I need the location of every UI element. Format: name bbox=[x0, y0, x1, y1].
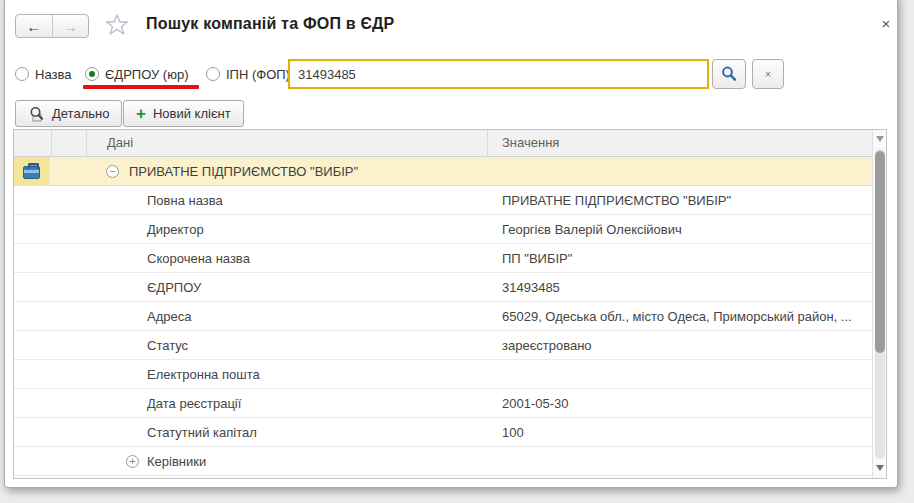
radio-edrpou[interactable]: ЄДРПОУ (юр) bbox=[85, 64, 189, 84]
details-button[interactable]: Детально bbox=[15, 100, 122, 127]
row-value: 2001-05-30 bbox=[502, 396, 569, 411]
radio-nazva-label: Назва bbox=[35, 67, 71, 82]
magnifier-document-icon bbox=[28, 106, 45, 122]
new-client-button-label: Новий клієнт bbox=[153, 106, 231, 121]
details-button-label: Детально bbox=[52, 106, 109, 121]
row-value: ПП "ВИБІР" bbox=[502, 251, 572, 266]
radio-ipn[interactable]: ІПН (ФОП) bbox=[206, 64, 290, 84]
scroll-up-icon[interactable] bbox=[876, 136, 884, 142]
favorite-star-icon[interactable] bbox=[104, 12, 130, 38]
table-header: Дані Значення bbox=[14, 130, 886, 157]
back-button[interactable]: ← bbox=[16, 15, 53, 37]
row-value: 31493485 bbox=[502, 280, 560, 295]
plus-icon: + bbox=[136, 105, 146, 122]
page-title: Пошук компаній та ФОП в ЄДР bbox=[146, 15, 394, 33]
table-row[interactable]: Дата реєстрації 2001-05-30 bbox=[14, 389, 872, 418]
scroll-down-icon[interactable] bbox=[876, 465, 884, 471]
table-row[interactable]: Статус зареєстровано bbox=[14, 331, 872, 360]
scrollbar-thumb[interactable] bbox=[875, 151, 885, 353]
history-nav-group: ← → bbox=[15, 14, 89, 38]
row-label: Електронна пошта bbox=[147, 367, 260, 382]
table-row-kerivnyky[interactable]: + Керівники bbox=[14, 447, 872, 476]
search-button[interactable] bbox=[712, 59, 746, 89]
vertical-scrollbar[interactable] bbox=[872, 130, 886, 478]
radio-nazva[interactable]: Назва bbox=[15, 64, 71, 84]
row-label: Статус bbox=[147, 338, 188, 353]
row-value: зареєстровано bbox=[502, 338, 592, 353]
close-icon[interactable]: × bbox=[874, 11, 898, 35]
new-client-button[interactable]: + Новий клієнт bbox=[123, 100, 244, 127]
expand-node-icon[interactable]: + bbox=[126, 455, 139, 468]
company-name: ПРИВАТНЕ ПІДПРИЄМСТВО "ВИБІР" bbox=[129, 164, 358, 179]
row-value: 65029, Одеська обл., місто Одеса, Примор… bbox=[502, 309, 852, 324]
clear-search-button[interactable]: × bbox=[752, 59, 784, 89]
table-row[interactable]: Адреса 65029, Одеська обл., місто Одеса,… bbox=[14, 302, 872, 331]
row-label: Скорочена назва bbox=[147, 251, 250, 266]
row-label: Дата реєстрації bbox=[147, 396, 241, 411]
annotation-underline bbox=[83, 85, 199, 89]
forward-button[interactable]: → bbox=[53, 15, 89, 37]
type-cell bbox=[51, 157, 86, 186]
column-header-dani[interactable]: Дані bbox=[107, 135, 133, 150]
header-divider bbox=[51, 130, 52, 157]
row-label: Керівники bbox=[147, 454, 206, 469]
table-row[interactable]: Електронна пошта bbox=[14, 360, 872, 389]
row-label: ЄДРПОУ bbox=[147, 280, 201, 295]
table-row[interactable]: ЄДРПОУ 31493485 bbox=[14, 273, 872, 302]
row-value: ПРИВАТНЕ ПІДПРИЄМСТВО "ВИБІР" bbox=[502, 193, 731, 208]
table-row[interactable]: Повна назва ПРИВАТНЕ ПІДПРИЄМСТВО "ВИБІР… bbox=[14, 186, 872, 215]
table-row[interactable]: Директор Георгієв Валерій Олексійович bbox=[14, 215, 872, 244]
table-row[interactable]: Скорочена назва ПП "ВИБІР" bbox=[14, 244, 872, 273]
header-divider bbox=[487, 130, 488, 157]
row-label: Статутний капітал bbox=[147, 425, 257, 440]
row-label: Директор bbox=[147, 222, 204, 237]
radio-circle bbox=[206, 67, 220, 81]
radio-ipn-label: ІПН (ФОП) bbox=[226, 67, 290, 82]
table-row-company[interactable]: − ПРИВАТНЕ ПІДПРИЄМСТВО "ВИБІР" bbox=[14, 157, 872, 186]
row-label: Повна назва bbox=[147, 193, 223, 208]
results-table: Дані Значення − ПРИВАТНЕ ПІДПРИЄМСТВО "В… bbox=[13, 129, 887, 479]
table-body: − ПРИВАТНЕ ПІДПРИЄМСТВО "ВИБІР" Повна на… bbox=[14, 157, 872, 476]
window-content: ← → Пошук компаній та ФОП в ЄДР × Назва … bbox=[5, 1, 897, 489]
row-value: 100 bbox=[502, 425, 524, 440]
radio-circle bbox=[15, 67, 29, 81]
radio-circle-selected bbox=[85, 67, 99, 81]
search-query-input[interactable] bbox=[288, 59, 709, 89]
briefcase-icon bbox=[23, 166, 40, 179]
row-value: Георгієв Валерій Олексійович bbox=[502, 222, 682, 237]
collapse-node-icon[interactable]: − bbox=[106, 165, 119, 178]
column-header-znachennya[interactable]: Значення bbox=[502, 135, 559, 150]
table-row[interactable]: Статутний капітал 100 bbox=[14, 418, 872, 447]
row-label: Адреса bbox=[147, 309, 191, 324]
app-window: ← → Пошук компаній та ФОП в ЄДР × Назва … bbox=[4, 0, 898, 488]
header-divider bbox=[86, 130, 87, 157]
search-icon bbox=[720, 65, 738, 83]
radio-edrpou-label: ЄДРПОУ (юр) bbox=[105, 67, 189, 82]
